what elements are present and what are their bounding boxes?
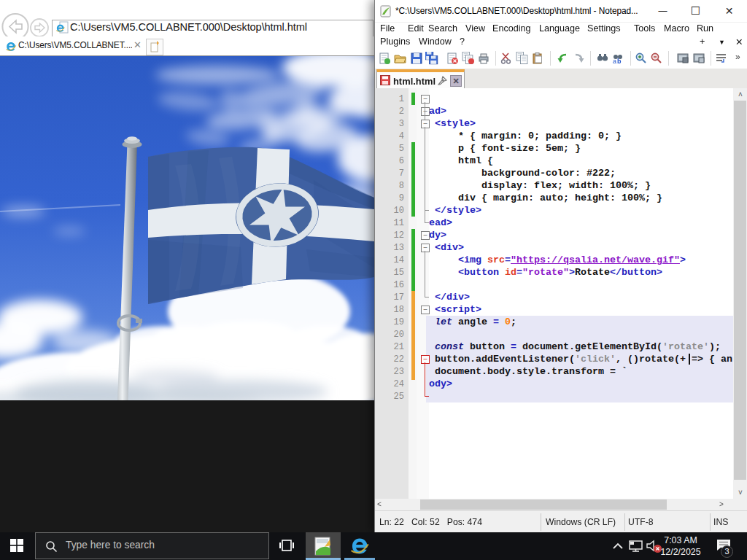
svg-text:b: b [617,58,622,65]
svg-text:a: a [613,58,616,65]
